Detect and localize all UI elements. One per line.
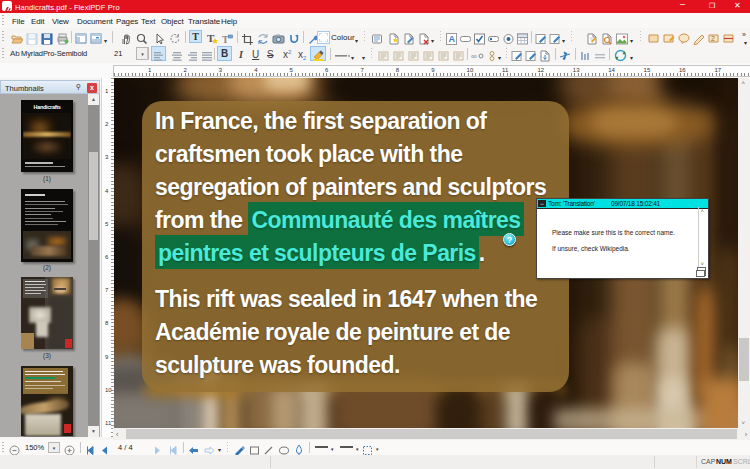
svg-text:A: A xyxy=(449,34,456,44)
svg-text:∞: ∞ xyxy=(471,52,477,61)
svg-text:T: T xyxy=(222,34,229,45)
svg-text:2: 2 xyxy=(711,35,715,42)
